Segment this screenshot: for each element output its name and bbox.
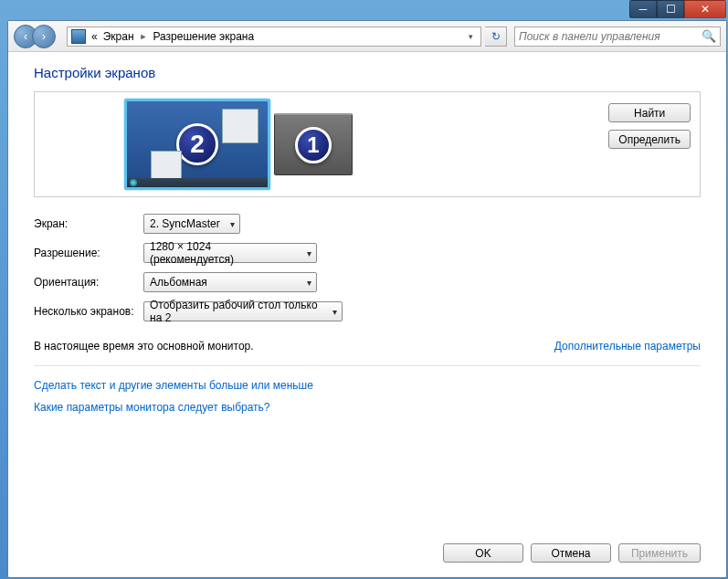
refresh-button[interactable]: ↻ bbox=[485, 26, 507, 47]
orientation-value: Альбомная bbox=[150, 276, 207, 289]
preview-taskbar bbox=[127, 178, 268, 187]
display-value: 2. SyncMaster bbox=[150, 217, 220, 230]
content: Настройки экранов 2 1 Найти Определить bbox=[8, 52, 726, 577]
search-input[interactable] bbox=[519, 30, 702, 43]
breadcrumb-resolution[interactable]: Разрешение экрана bbox=[153, 30, 254, 43]
orientation-select[interactable]: Альбомная bbox=[143, 272, 317, 292]
resolution-label: Разрешение: bbox=[34, 247, 143, 259]
maximize-icon: ☐ bbox=[666, 3, 676, 16]
titlebar: ─ ☐ ✕ bbox=[0, 0, 728, 20]
cancel-label: Отмена bbox=[551, 547, 590, 560]
preview-buttons: Найти Определить bbox=[608, 103, 691, 149]
maximize-button[interactable]: ☐ bbox=[657, 0, 684, 18]
nav-bar: ‹ › « Экран ► Разрешение экрана ▾ ↻ 🔍 bbox=[8, 21, 726, 52]
minimize-icon: ─ bbox=[639, 3, 648, 16]
advanced-settings-link[interactable]: Дополнительные параметры bbox=[554, 340, 701, 353]
preview-window-icon bbox=[151, 151, 182, 182]
monitor-number: 2 bbox=[176, 123, 218, 165]
nav-arrows: ‹ › bbox=[14, 25, 56, 48]
forward-icon: › bbox=[42, 30, 46, 43]
which-settings-link[interactable]: Какие параметры монитора следует выбрать… bbox=[34, 401, 701, 414]
search-icon[interactable]: 🔍 bbox=[702, 29, 716, 43]
page-title: Настройки экранов bbox=[34, 65, 701, 80]
multiple-displays-value: Отобразить рабочий стол только на 2 bbox=[150, 299, 323, 324]
apply-label: Применить bbox=[631, 547, 688, 560]
close-button[interactable]: ✕ bbox=[684, 0, 726, 18]
cancel-button[interactable]: Отмена bbox=[531, 543, 611, 563]
breadcrumb-prefix: « bbox=[91, 30, 98, 43]
action-bar: OK Отмена Применить bbox=[443, 543, 701, 563]
help-links: Сделать текст и другие элементы больше и… bbox=[34, 379, 701, 414]
back-icon: ‹ bbox=[24, 30, 27, 43]
window: ‹ › « Экран ► Разрешение экрана ▾ ↻ 🔍 На… bbox=[7, 20, 727, 578]
address-icon bbox=[71, 29, 86, 44]
search-box[interactable]: 🔍 bbox=[514, 26, 721, 47]
resolution-value: 1280 × 1024 (рекомендуется) bbox=[150, 240, 298, 266]
ok-label: OK bbox=[475, 547, 491, 560]
refresh-icon: ↻ bbox=[491, 30, 501, 43]
forward-button[interactable]: › bbox=[32, 25, 56, 48]
monitor-group: 2 1 bbox=[124, 99, 353, 190]
multiple-displays-select[interactable]: Отобразить рабочий стол только на 2 bbox=[143, 301, 343, 321]
close-icon: ✕ bbox=[701, 3, 710, 16]
preview-window-icon bbox=[222, 109, 258, 143]
identify-button[interactable]: Определить bbox=[608, 130, 691, 149]
info-row: В настоящее время это основной монитор. … bbox=[34, 340, 701, 366]
find-label: Найти bbox=[634, 107, 665, 120]
identify-label: Определить bbox=[618, 133, 681, 146]
find-button[interactable]: Найти bbox=[608, 103, 691, 122]
settings-form: Экран: 2. SyncMaster Разрешение: 1280 × … bbox=[34, 214, 701, 321]
monitor-1[interactable]: 1 bbox=[274, 113, 353, 175]
ok-button[interactable]: OK bbox=[443, 543, 523, 563]
display-label: Экран: bbox=[34, 217, 143, 230]
breadcrumb-sep-icon: ► bbox=[140, 32, 148, 41]
main-monitor-text: В настоящее время это основной монитор. bbox=[34, 340, 254, 353]
multiple-displays-label: Несколько экранов: bbox=[34, 305, 143, 318]
minimize-button[interactable]: ─ bbox=[629, 0, 657, 18]
monitor-2[interactable]: 2 bbox=[124, 99, 270, 190]
breadcrumb-screen[interactable]: Экран bbox=[103, 30, 134, 43]
monitor-preview: 2 1 Найти Определить bbox=[34, 91, 701, 197]
text-size-link[interactable]: Сделать текст и другие элементы больше и… bbox=[34, 379, 701, 392]
resolution-select[interactable]: 1280 × 1024 (рекомендуется) bbox=[143, 243, 317, 263]
orientation-label: Ориентация: bbox=[34, 276, 143, 289]
preview-start-icon bbox=[130, 179, 137, 186]
display-select[interactable]: 2. SyncMaster bbox=[143, 214, 240, 234]
address-bar[interactable]: « Экран ► Разрешение экрана ▾ bbox=[67, 26, 481, 47]
window-controls: ─ ☐ ✕ bbox=[629, 0, 726, 18]
address-dropdown-icon[interactable]: ▾ bbox=[465, 32, 477, 41]
apply-button[interactable]: Применить bbox=[618, 543, 701, 563]
monitor-number: 1 bbox=[295, 127, 332, 163]
